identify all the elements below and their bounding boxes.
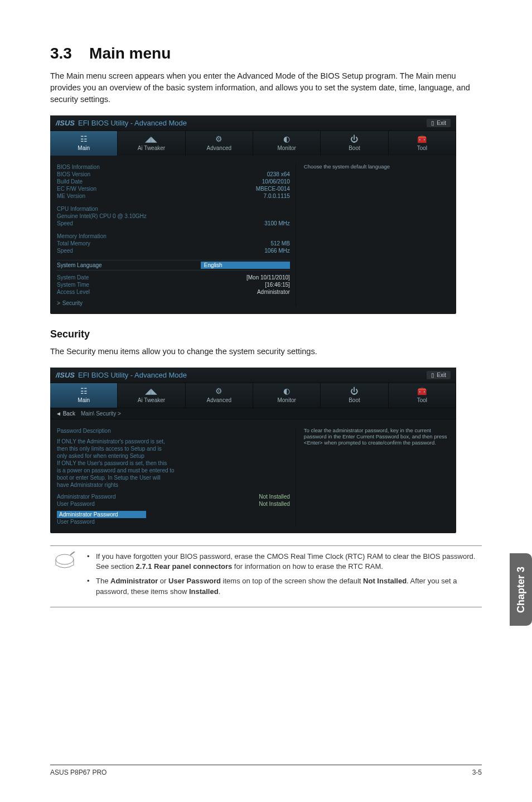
advanced-icon: ⚙ <box>186 134 253 143</box>
tab-monitor[interactable]: ◐Monitor <box>253 383 321 408</box>
tab-boot[interactable]: ⏻ Boot <box>321 131 388 156</box>
tab-boot[interactable]: ⏻Boot <box>321 383 388 408</box>
tab-advanced[interactable]: ⚙ Advanced <box>186 131 253 156</box>
monitor-icon: ◐ <box>253 386 320 395</box>
exit-button[interactable]: ▯ Exit <box>427 371 451 379</box>
cpu-info-header: CPU Information <box>57 206 98 212</box>
footer-left: ASUS P8P67 PRO <box>50 769 107 776</box>
intro-paragraph: The Main menu screen appears when you en… <box>50 70 482 105</box>
tab-main[interactable]: ☷Main <box>50 383 118 408</box>
chapter-tab: Chapter 3 <box>510 553 532 626</box>
asus-logo: /ISUS <box>56 119 75 127</box>
tab-advanced[interactable]: ⚙Advanced <box>186 383 253 408</box>
tab-ai-tweaker[interactable]: ◢◣ Ai Tweaker <box>118 131 185 156</box>
bios-info-header: BIOS Information <box>57 164 100 170</box>
password-desc-header: Password Description <box>57 428 111 434</box>
svg-point-0 <box>56 554 74 564</box>
chevron-right-icon: > <box>57 300 60 306</box>
tweaker-icon: ◢◣ <box>118 134 185 143</box>
system-language-row[interactable]: System Language English <box>57 260 290 270</box>
svg-line-1 <box>70 552 75 555</box>
exit-icon: ▯ <box>431 372 434 378</box>
tab-main[interactable]: ☷ Main <box>50 131 118 156</box>
admin-password-item[interactable]: Administrator Password <box>57 511 290 518</box>
tab-tool[interactable]: 🧰Tool <box>389 383 456 408</box>
security-intro: The Security menu items allow you to cha… <box>50 346 482 357</box>
note-item-2: The Administrator or User Password items… <box>87 576 478 596</box>
help-text: Choose the system default language <box>304 163 449 170</box>
boot-icon: ⏻ <box>321 386 388 395</box>
tab-tool[interactable]: 🧰 Tool <box>389 131 456 156</box>
bios-screenshot-main: /ISUS EFI BIOS Utility - Advanced Mode ▯… <box>50 115 456 314</box>
help-text: To clear the administrator password, key… <box>304 427 449 446</box>
note-icon <box>54 552 76 601</box>
back-button[interactable]: ◄ Back <box>56 410 75 417</box>
asus-logo: /ISUS <box>56 371 75 379</box>
breadcrumb: Main\ Security > <box>81 410 121 417</box>
tab-ai-tweaker[interactable]: ◢◣Ai Tweaker <box>118 383 185 408</box>
bios-screenshot-security: /ISUS EFI BIOS Utility - Advanced Mode ▯… <box>50 368 456 533</box>
exit-button[interactable]: ▯ Exit <box>427 119 451 127</box>
mem-info-header: Memory Information <box>57 233 107 239</box>
advanced-icon: ⚙ <box>186 386 253 395</box>
security-heading: Security <box>50 328 482 340</box>
user-password-item[interactable]: User Password <box>57 519 95 525</box>
tool-icon: 🧰 <box>389 386 456 395</box>
tab-monitor[interactable]: ◐ Monitor <box>253 131 321 156</box>
bios-title: EFI BIOS Utility - Advanced Mode <box>78 119 187 127</box>
note-box: If you have forgotten your BIOS password… <box>50 545 482 607</box>
language-value: English <box>201 262 290 269</box>
exit-icon: ▯ <box>431 120 434 126</box>
main-icon: ☷ <box>50 134 117 143</box>
main-icon: ☷ <box>50 386 117 395</box>
footer-page: 3-5 <box>472 769 482 776</box>
tweaker-icon: ◢◣ <box>118 386 185 395</box>
security-link[interactable]: >Security <box>57 300 290 306</box>
system-date-row[interactable]: System Date[Mon 10/11/2010] <box>57 274 290 281</box>
system-time-row[interactable]: System Time[16:46:15] <box>57 281 290 288</box>
boot-icon: ⏻ <box>321 134 388 143</box>
note-item-1: If you have forgotten your BIOS password… <box>87 552 478 572</box>
bios-title: EFI BIOS Utility - Advanced Mode <box>78 371 187 379</box>
section-title: 3.3 Main menu <box>50 45 482 62</box>
monitor-icon: ◐ <box>253 134 320 143</box>
tool-icon: 🧰 <box>389 134 456 143</box>
